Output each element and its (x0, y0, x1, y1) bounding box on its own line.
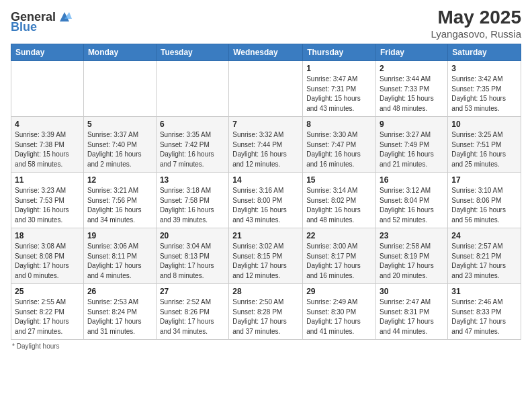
day-number: 24 (451, 231, 517, 240)
calendar-cell: 8Sunrise: 3:30 AM Sunset: 7:47 PM Daylig… (303, 117, 376, 173)
logo-icon (57, 9, 72, 24)
calendar-cell: 22Sunrise: 3:00 AM Sunset: 8:17 PM Dayli… (303, 228, 376, 284)
col-header-sunday: Sunday (11, 44, 84, 61)
day-info: Sunrise: 3:16 AM Sunset: 8:00 PM Dayligh… (232, 186, 299, 225)
day-number: 4 (15, 120, 80, 129)
day-number: 21 (232, 231, 299, 240)
calendar-cell: 6Sunrise: 3:35 AM Sunset: 7:42 PM Daylig… (156, 117, 228, 173)
day-number: 28 (232, 287, 299, 296)
day-number: 5 (87, 120, 152, 129)
calendar-cell: 23Sunrise: 2:58 AM Sunset: 8:19 PM Dayli… (376, 228, 448, 284)
day-number: 11 (15, 175, 80, 185)
day-info: Sunrise: 3:39 AM Sunset: 7:38 PM Dayligh… (15, 130, 80, 169)
calendar-cell: 11Sunrise: 3:23 AM Sunset: 7:53 PM Dayli… (11, 173, 84, 228)
day-number: 12 (87, 175, 152, 185)
day-info: Sunrise: 2:50 AM Sunset: 8:28 PM Dayligh… (232, 298, 299, 336)
calendar-cell: 31Sunrise: 2:46 AM Sunset: 8:33 PM Dayli… (448, 284, 521, 340)
calendar-cell: 16Sunrise: 3:12 AM Sunset: 8:04 PM Dayli… (376, 173, 448, 228)
day-number: 16 (380, 175, 444, 185)
day-number: 27 (160, 287, 225, 296)
calendar-cell: 24Sunrise: 2:57 AM Sunset: 8:21 PM Dayli… (448, 228, 521, 284)
day-number: 30 (380, 287, 444, 296)
col-header-friday: Friday (376, 44, 448, 61)
calendar-cell: 4Sunrise: 3:39 AM Sunset: 7:38 PM Daylig… (11, 117, 84, 173)
day-info: Sunrise: 3:47 AM Sunset: 7:31 PM Dayligh… (306, 75, 372, 113)
day-number: 10 (451, 120, 517, 129)
week-row-4: 18Sunrise: 3:08 AM Sunset: 8:08 PM Dayli… (11, 228, 521, 284)
day-info: Sunrise: 3:42 AM Sunset: 7:35 PM Dayligh… (451, 75, 517, 113)
title-block: May 2025 Lyangasovo, Russia (431, 7, 521, 40)
calendar-cell: 3Sunrise: 3:42 AM Sunset: 7:35 PM Daylig… (448, 61, 521, 117)
week-row-1: 1Sunrise: 3:47 AM Sunset: 7:31 PM Daylig… (11, 61, 521, 117)
day-info: Sunrise: 3:35 AM Sunset: 7:42 PM Dayligh… (160, 130, 225, 169)
day-info: Sunrise: 2:46 AM Sunset: 8:33 PM Dayligh… (451, 298, 517, 336)
day-number: 25 (15, 287, 80, 296)
month-year: May 2025 (431, 7, 521, 28)
day-info: Sunrise: 3:21 AM Sunset: 7:56 PM Dayligh… (87, 186, 152, 225)
day-number: 9 (380, 120, 444, 129)
day-number: 29 (306, 287, 372, 296)
calendar-cell: 20Sunrise: 3:04 AM Sunset: 8:13 PM Dayli… (156, 228, 228, 284)
footer-daylight-label: Daylight hours (17, 342, 60, 350)
calendar-cell (83, 61, 156, 117)
calendar-cell: 19Sunrise: 3:06 AM Sunset: 8:11 PM Dayli… (83, 228, 156, 284)
week-row-5: 25Sunrise: 2:55 AM Sunset: 8:22 PM Dayli… (11, 284, 521, 340)
col-header-thursday: Thursday (303, 44, 376, 61)
week-row-3: 11Sunrise: 3:23 AM Sunset: 7:53 PM Dayli… (11, 173, 521, 228)
calendar-cell: 15Sunrise: 3:14 AM Sunset: 8:02 PM Dayli… (303, 173, 376, 228)
calendar-cell (229, 61, 303, 117)
day-info: Sunrise: 2:57 AM Sunset: 8:21 PM Dayligh… (451, 242, 517, 281)
day-info: Sunrise: 3:30 AM Sunset: 7:47 PM Dayligh… (306, 130, 372, 169)
day-number: 7 (232, 120, 299, 129)
day-number: 31 (451, 287, 517, 296)
day-info: Sunrise: 3:44 AM Sunset: 7:33 PM Dayligh… (380, 75, 444, 113)
calendar-table: SundayMondayTuesdayWednesdayThursdayFrid… (11, 44, 521, 340)
day-info: Sunrise: 3:06 AM Sunset: 8:11 PM Dayligh… (87, 242, 152, 281)
calendar-cell: 27Sunrise: 2:52 AM Sunset: 8:26 PM Dayli… (156, 284, 228, 340)
calendar-cell: 5Sunrise: 3:37 AM Sunset: 7:40 PM Daylig… (83, 117, 156, 173)
day-number: 19 (87, 231, 152, 240)
day-number: 20 (160, 231, 225, 240)
day-info: Sunrise: 3:14 AM Sunset: 8:02 PM Dayligh… (306, 186, 372, 225)
day-number: 17 (451, 175, 517, 185)
calendar-cell: 29Sunrise: 2:49 AM Sunset: 8:30 PM Dayli… (303, 284, 376, 340)
day-info: Sunrise: 3:02 AM Sunset: 8:15 PM Dayligh… (232, 242, 299, 281)
calendar-cell: 26Sunrise: 2:53 AM Sunset: 8:24 PM Dayli… (83, 284, 156, 340)
calendar-cell: 14Sunrise: 3:16 AM Sunset: 8:00 PM Dayli… (229, 173, 303, 228)
day-info: Sunrise: 2:58 AM Sunset: 8:19 PM Dayligh… (380, 242, 444, 281)
day-info: Sunrise: 3:25 AM Sunset: 7:51 PM Dayligh… (451, 130, 517, 169)
day-info: Sunrise: 2:52 AM Sunset: 8:26 PM Dayligh… (160, 298, 225, 336)
day-info: Sunrise: 2:53 AM Sunset: 8:24 PM Dayligh… (87, 298, 152, 336)
day-info: Sunrise: 3:32 AM Sunset: 7:44 PM Dayligh… (232, 130, 299, 169)
day-info: Sunrise: 3:08 AM Sunset: 8:08 PM Dayligh… (15, 242, 80, 281)
day-number: 15 (306, 175, 372, 185)
day-info: Sunrise: 3:23 AM Sunset: 7:53 PM Dayligh… (15, 186, 80, 225)
calendar-cell: 9Sunrise: 3:27 AM Sunset: 7:49 PM Daylig… (376, 117, 448, 173)
day-info: Sunrise: 2:47 AM Sunset: 8:31 PM Dayligh… (380, 298, 444, 336)
col-header-tuesday: Tuesday (156, 44, 228, 61)
day-info: Sunrise: 3:00 AM Sunset: 8:17 PM Dayligh… (306, 242, 372, 281)
day-info: Sunrise: 3:04 AM Sunset: 8:13 PM Dayligh… (160, 242, 225, 281)
day-number: 18 (15, 231, 80, 240)
calendar-cell: 7Sunrise: 3:32 AM Sunset: 7:44 PM Daylig… (229, 117, 303, 173)
day-number: 6 (160, 120, 225, 129)
day-number: 14 (232, 175, 299, 185)
calendar-cell: 2Sunrise: 3:44 AM Sunset: 7:33 PM Daylig… (376, 61, 448, 117)
calendar-header-row: SundayMondayTuesdayWednesdayThursdayFrid… (11, 44, 521, 61)
day-info: Sunrise: 3:27 AM Sunset: 7:49 PM Dayligh… (380, 130, 444, 169)
day-info: Sunrise: 3:18 AM Sunset: 7:58 PM Dayligh… (160, 186, 225, 225)
col-header-monday: Monday (83, 44, 156, 61)
logo: General Blue (11, 9, 72, 34)
day-info: Sunrise: 2:49 AM Sunset: 8:30 PM Dayligh… (306, 298, 372, 336)
calendar-cell: 30Sunrise: 2:47 AM Sunset: 8:31 PM Dayli… (376, 284, 448, 340)
calendar-cell: 13Sunrise: 3:18 AM Sunset: 7:58 PM Dayli… (156, 173, 228, 228)
calendar-cell (156, 61, 228, 117)
calendar-cell: 12Sunrise: 3:21 AM Sunset: 7:56 PM Dayli… (83, 173, 156, 228)
calendar-cell: 25Sunrise: 2:55 AM Sunset: 8:22 PM Dayli… (11, 284, 84, 340)
week-row-2: 4Sunrise: 3:39 AM Sunset: 7:38 PM Daylig… (11, 117, 521, 173)
day-number: 2 (380, 64, 444, 73)
day-number: 23 (380, 231, 444, 240)
day-number: 1 (306, 64, 372, 73)
day-number: 8 (306, 120, 372, 129)
col-header-wednesday: Wednesday (229, 44, 303, 61)
